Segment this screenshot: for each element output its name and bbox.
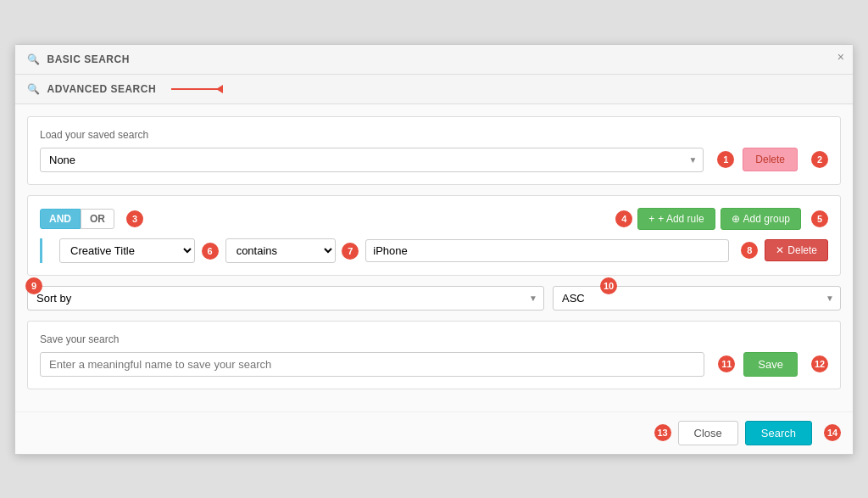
close-button[interactable]: Close: [678, 421, 738, 445]
asc-select-wrap: ASC DESC ▼ 10: [553, 286, 841, 311]
basic-search-label: BASIC SEARCH: [47, 53, 130, 65]
saved-search-label: Load your saved search: [40, 129, 828, 141]
add-buttons: 4 + + Add rule ⊕ Add group 5: [610, 208, 828, 230]
add-rule-button[interactable]: + + Add rule: [637, 208, 715, 230]
delete-rule-button[interactable]: ✕ Delete: [765, 239, 828, 261]
and-or-row: AND OR 3 4 + + Add rule ⊕ Add group 5: [40, 208, 828, 230]
rule-value-input[interactable]: [365, 239, 729, 262]
badge-3: 3: [126, 210, 143, 227]
advanced-content: Load your saved search None ▼ 1 Delete 2…: [15, 104, 853, 411]
badge-8: 8: [741, 242, 758, 259]
badge-13: 13: [654, 424, 671, 441]
badge-2: 2: [811, 151, 828, 168]
save-search-label: Save your search: [40, 333, 828, 345]
close-icon[interactable]: ×: [837, 50, 844, 64]
condition-select-wrap: contains equals starts with ends with 7: [225, 238, 359, 263]
save-search-row: 11 Save 12: [40, 352, 828, 377]
delete-saved-button[interactable]: Delete: [743, 148, 798, 171]
badge-4: 4: [615, 210, 632, 227]
badge-5: 5: [811, 210, 828, 227]
saved-search-select-wrap: None ▼: [40, 148, 704, 172]
rule-row: Creative Title Category Tag Author 6 con…: [40, 238, 828, 263]
asc-select[interactable]: ASC DESC: [553, 286, 841, 311]
and-button[interactable]: AND: [40, 209, 81, 229]
advanced-search-header[interactable]: 🔍 ADVANCED SEARCH: [15, 75, 853, 104]
add-group-label: Add group: [743, 213, 790, 225]
modal: × 🔍 BASIC SEARCH 🔍 ADVANCED SEARCH Load …: [14, 44, 854, 455]
badge-7: 7: [342, 243, 359, 260]
save-search-box: Save your search 11 Save 12: [27, 321, 841, 389]
footer-row: 13 Close Search 14: [15, 411, 853, 454]
and-or-buttons: AND OR: [40, 209, 114, 229]
circle-plus-icon: ⊕: [732, 213, 740, 225]
add-group-button[interactable]: ⊕ Add group: [721, 208, 801, 230]
saved-search-row: None ▼ 1 Delete 2: [40, 148, 828, 172]
sort-select-wrap: Sort by ▼ 9: [27, 286, 544, 311]
search-button[interactable]: Search: [745, 421, 812, 445]
or-button[interactable]: OR: [81, 209, 114, 229]
basic-search-icon: 🔍: [27, 53, 41, 65]
sort-select[interactable]: Sort by: [27, 286, 544, 311]
badge-14: 14: [824, 424, 841, 441]
saved-search-select[interactable]: None: [40, 148, 704, 172]
badge-9: 9: [25, 277, 42, 294]
badge-10: 10: [600, 277, 617, 294]
plus-icon: +: [648, 213, 654, 225]
x-icon: ✕: [776, 244, 784, 256]
badge-11: 11: [718, 355, 735, 372]
delete-rule-label: Delete: [787, 244, 817, 256]
and-or-group: AND OR 3: [40, 209, 143, 229]
save-button[interactable]: Save: [743, 352, 798, 377]
basic-search-header[interactable]: 🔍 BASIC SEARCH: [15, 45, 853, 75]
field-select[interactable]: Creative Title Category Tag Author: [59, 238, 195, 263]
arrow-indicator: [171, 88, 222, 90]
query-box: AND OR 3 4 + + Add rule ⊕ Add group 5: [27, 195, 841, 276]
sort-row: Sort by ▼ 9 ASC DESC ▼ 10: [27, 286, 841, 311]
saved-search-box: Load your saved search None ▼ 1 Delete 2: [27, 116, 841, 185]
badge-1: 1: [717, 151, 734, 168]
condition-select[interactable]: contains equals starts with ends with: [225, 238, 336, 263]
field-select-wrap: Creative Title Category Tag Author 6: [59, 238, 219, 263]
advanced-search-icon: 🔍: [27, 83, 41, 95]
badge-12: 12: [811, 355, 828, 372]
add-rule-label: + Add rule: [658, 213, 704, 225]
save-search-input[interactable]: [40, 352, 704, 377]
advanced-search-label: ADVANCED SEARCH: [47, 83, 157, 95]
badge-6: 6: [202, 243, 219, 260]
